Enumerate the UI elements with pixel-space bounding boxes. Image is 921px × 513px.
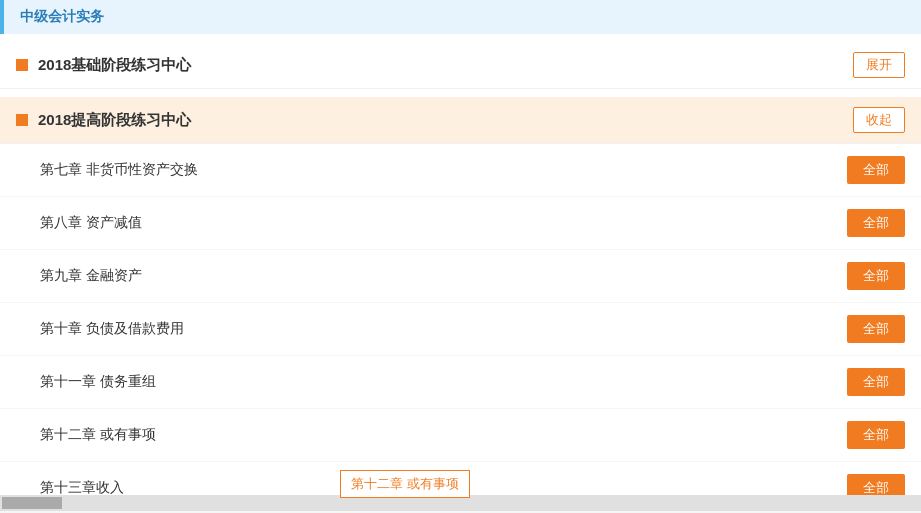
chapter-name-10: 第十章 负债及借款费用 [40,320,184,338]
section-advanced-toggle-button[interactable]: 收起 [853,107,905,133]
chapter-btn-7[interactable]: 全部 [847,156,905,184]
section-basic-title: 2018基础阶段练习中心 [38,56,191,75]
chapter-name-11: 第十一章 债务重组 [40,373,156,391]
chapter-name-7: 第七章 非货币性资产交换 [40,161,198,179]
main-content: 2018基础阶段练习中心 展开 2018提高阶段练习中心 收起 第七章 非货币性… [0,34,921,511]
scrollbar-thumb[interactable] [2,497,62,509]
chapter-name-9: 第九章 金融资产 [40,267,142,285]
chapter-row-12: 第十二章 或有事项 全部 [0,409,921,462]
chapter-13-tooltip: 第十二章 或有事项 [340,470,470,498]
chapter-name-12: 第十二章 或有事项 [40,426,156,444]
section-basic: 2018基础阶段练习中心 展开 [0,42,921,89]
section-advanced-header: 2018提高阶段练习中心 收起 [0,97,921,144]
section-basic-title-group: 2018基础阶段练习中心 [16,56,191,75]
chapter-list: 第七章 非货币性资产交换 全部 第八章 资产减值 全部 第九章 金融资产 全部 … [0,144,921,504]
chapter-name-8: 第八章 资产减值 [40,214,142,232]
section-advanced-title: 2018提高阶段练习中心 [38,111,191,130]
section-basic-indicator [16,59,28,71]
chapter-row-8: 第八章 资产减值 全部 [0,197,921,250]
chapter-row-10: 第十章 负债及借款费用 全部 [0,303,921,356]
chapter-row-9: 第九章 金融资产 全部 [0,250,921,303]
chapter-btn-11[interactable]: 全部 [847,368,905,396]
chapter-btn-12[interactable]: 全部 [847,421,905,449]
section-advanced-title-group: 2018提高阶段练习中心 [16,111,191,130]
section-advanced: 2018提高阶段练习中心 收起 第七章 非货币性资产交换 全部 第八章 资产减值… [0,97,921,504]
chapter-btn-8[interactable]: 全部 [847,209,905,237]
chapter-btn-10[interactable]: 全部 [847,315,905,343]
chapter-btn-9[interactable]: 全部 [847,262,905,290]
section-advanced-indicator [16,114,28,126]
chapter-row-11: 第十一章 债务重组 全部 [0,356,921,409]
section-basic-header: 2018基础阶段练习中心 展开 [0,42,921,89]
page-header: 中级会计实务 [0,0,921,34]
section-basic-toggle-button[interactable]: 展开 [853,52,905,78]
chapter-row-7: 第七章 非货币性资产交换 全部 [0,144,921,197]
page-title: 中级会计实务 [20,8,104,24]
